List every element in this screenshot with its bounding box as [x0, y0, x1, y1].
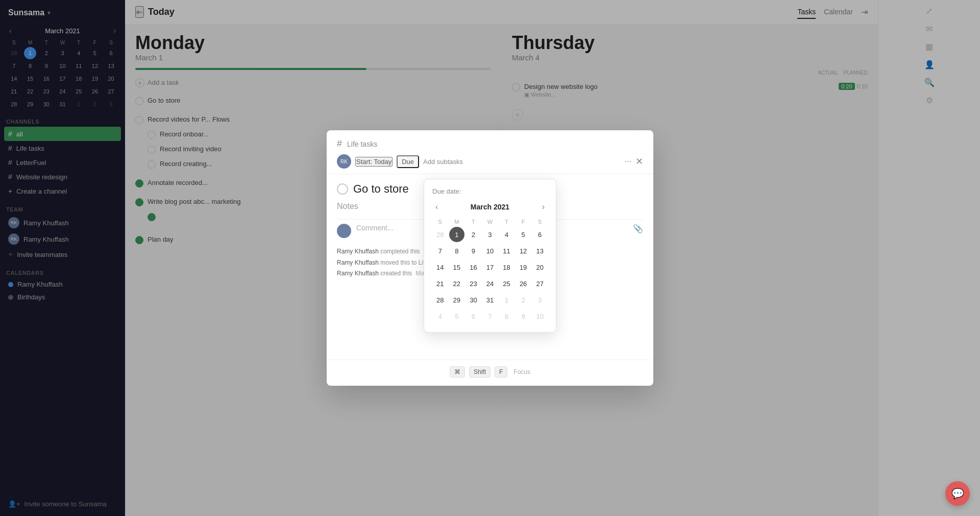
dp-cell[interactable]: 4 [499, 227, 514, 242]
dp-day-header: T [465, 218, 481, 226]
dp-cell[interactable]: 8 [499, 309, 514, 324]
dp-cell[interactable]: 10 [482, 243, 498, 259]
dp-cell[interactable]: 10 [532, 309, 548, 324]
dp-cell[interactable]: 28 [432, 227, 448, 242]
modal-channel-name: Life tasks [347, 140, 377, 148]
dp-cell[interactable]: 3 [532, 292, 548, 308]
dp-cell[interactable]: 8 [449, 243, 464, 259]
dp-cell[interactable]: 5 [449, 309, 464, 324]
activity-user: Ramy Khuffash [337, 270, 379, 277]
dp-cell[interactable]: 25 [499, 276, 514, 291]
dp-cell[interactable]: 31 [482, 292, 498, 308]
modal-avatar: RK [337, 154, 351, 169]
dp-month-year: March 2021 [471, 203, 509, 211]
datepicker-grid: SMTWTFS281234567891011121314151617181920… [432, 218, 548, 324]
dp-cell[interactable]: 9 [465, 243, 481, 259]
dp-cell[interactable]: 12 [516, 243, 531, 259]
modal-header: # Life tasks [327, 130, 653, 149]
dp-cell[interactable]: 6 [532, 227, 548, 242]
dp-cell[interactable]: 18 [499, 260, 514, 275]
dp-cell[interactable]: 21 [432, 276, 448, 291]
kbd-f: F [495, 366, 507, 378]
dp-cell[interactable]: 9 [516, 309, 531, 324]
dp-cell[interactable]: 24 [482, 276, 498, 291]
dp-day-header: S [532, 218, 548, 226]
dp-cell[interactable]: 17 [482, 260, 498, 275]
dp-cell[interactable]: 19 [516, 260, 531, 275]
dp-cell[interactable]: 28 [432, 292, 448, 308]
modal-add-subtasks-button[interactable]: Add subtasks [423, 158, 463, 166]
attachment-icon[interactable]: 📎 [633, 224, 643, 233]
modal-toolbar: RK Start: Today Due Add subtasks ··· ✕ D… [327, 149, 653, 174]
modal-start-button[interactable]: Start: Today [355, 157, 393, 167]
dp-cell[interactable]: 2 [465, 227, 481, 242]
modal-footer: ⌘ Shift F Focus [327, 360, 653, 386]
dp-cell[interactable]: 6 [465, 309, 481, 324]
dp-cell[interactable]: 14 [432, 260, 448, 275]
dp-day-header: T [499, 218, 514, 226]
hash-icon: # [337, 138, 342, 149]
chat-bubble-button[interactable]: 💬 [945, 481, 970, 506]
modal-task-title: Go to store [353, 182, 409, 196]
modal-more-button[interactable]: ··· [625, 157, 631, 166]
modal-due-button[interactable]: Due [397, 155, 419, 168]
dp-cell[interactable]: 7 [432, 243, 448, 259]
dp-day-header: M [449, 218, 465, 226]
dp-cell[interactable]: 22 [449, 276, 464, 291]
chat-icon: 💬 [951, 487, 964, 500]
activity-user: Ramy Khuffash [337, 248, 379, 255]
dp-next-button[interactable]: › [539, 201, 548, 213]
dp-cell[interactable]: 15 [449, 260, 464, 275]
dp-day-header: S [432, 218, 448, 226]
dp-cell[interactable]: 5 [516, 227, 531, 242]
dp-cell[interactable]: 3 [482, 227, 498, 242]
dp-cell[interactable]: 2 [516, 292, 531, 308]
activity-user: Ramy Khuffash [337, 259, 379, 266]
dp-prev-button[interactable]: ‹ [432, 201, 441, 213]
dp-cell[interactable]: 1 [449, 227, 464, 242]
datepicker-popup: Due date: ‹ March 2021 › SMTWTFS28123456… [424, 179, 556, 333]
modal-close-button[interactable]: ✕ [635, 156, 643, 167]
dp-day-header: W [482, 218, 498, 226]
task-modal: # Life tasks RK Start: Today Due Add sub… [327, 130, 653, 386]
dp-cell[interactable]: 11 [499, 243, 514, 259]
dp-cell[interactable]: 7 [482, 309, 498, 324]
dp-cell[interactable]: 20 [532, 260, 548, 275]
dp-cell[interactable]: 30 [465, 292, 481, 308]
dp-day-header: F [516, 218, 531, 226]
comment-avatar [337, 224, 351, 238]
kbd-shift: Shift [469, 366, 491, 378]
dp-cell[interactable]: 4 [432, 309, 448, 324]
dp-cell[interactable]: 27 [532, 276, 548, 291]
focus-label: Focus [513, 368, 530, 376]
datepicker-header: ‹ March 2021 › [432, 201, 548, 213]
dp-cell[interactable]: 16 [465, 260, 481, 275]
dp-cell[interactable]: 1 [499, 292, 514, 308]
dp-cell[interactable]: 13 [532, 243, 548, 259]
task-complete-checkbox[interactable] [337, 183, 348, 195]
dp-cell[interactable]: 23 [465, 276, 481, 291]
dp-cell[interactable]: 29 [449, 292, 464, 308]
dp-cell[interactable]: 26 [516, 276, 531, 291]
modal-overlay[interactable]: # Life tasks RK Start: Today Due Add sub… [0, 0, 980, 516]
kbd-cmd: ⌘ [450, 366, 465, 378]
due-date-label: Due date: [432, 187, 548, 195]
